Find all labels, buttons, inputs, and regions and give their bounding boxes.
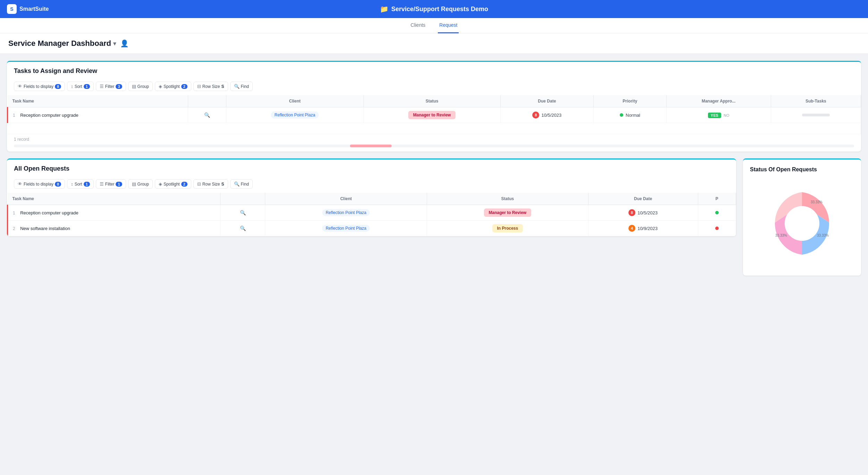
col-status: Status (364, 95, 500, 107)
search-cell: 🔍 (188, 107, 226, 123)
main-content: Tasks to Assign and Review 👁 Fields to d… (0, 54, 868, 282)
spotlight-icon: ◈ (159, 181, 162, 187)
empty-row (8, 123, 861, 134)
or-row-size-button[interactable]: ⊟ Row Size S (193, 179, 228, 189)
col-action (188, 95, 226, 107)
tasks-scrollbar[interactable] (14, 145, 854, 147)
row-number: 1 (13, 211, 15, 215)
row-number: 1 (13, 113, 15, 118)
spotlight-button[interactable]: ◈ Spotlight 2 (155, 82, 191, 91)
find-icon: 🔍 (234, 181, 240, 187)
col-manager-approval: Manager Appro... (666, 95, 771, 107)
or-priority-cell-2 (698, 221, 736, 236)
sort-button[interactable]: ↕ Sort 1 (67, 82, 94, 91)
tasks-card-title: Tasks to Assign and Review (7, 62, 861, 79)
logo-label: SmartSuite (19, 6, 49, 12)
or-due-cell-2: 4 10/9/2023 (588, 221, 698, 236)
no-label[interactable]: NO (724, 113, 729, 117)
priority-dot (715, 227, 719, 230)
or-filter-button[interactable]: ☰ Filter 1 (96, 179, 126, 189)
row-search-icon[interactable]: 🔍 (240, 210, 246, 215)
row-size-icon: ⊟ (197, 181, 201, 187)
status-badge[interactable]: Manager to Review (408, 111, 456, 119)
or-client-cell-1: Reflection Point Plaza (265, 205, 427, 221)
eye-icon: 👁 (18, 181, 22, 187)
row-size-button[interactable]: ⊟ Row Size S (193, 82, 228, 91)
or-task-name-cell-1: 1 Reception computer upgrade (8, 205, 220, 221)
or-fields-button[interactable]: 👁 Fields to display 8 (14, 179, 65, 189)
or-search-cell-1: 🔍 (220, 205, 265, 221)
svg-text:33.33%: 33.33% (775, 234, 787, 237)
task-name[interactable]: Reception computer upgrade (20, 113, 78, 118)
col-due-date: Due Date (500, 95, 593, 107)
or-find-button[interactable]: 🔍 Find (230, 179, 253, 189)
priority-label: Normal (626, 113, 640, 118)
or-sort-button[interactable]: ↕ Sort 1 (67, 179, 94, 189)
yes-badge[interactable]: YES (708, 113, 721, 118)
status-chart-card: Status Of Open Requests (743, 158, 861, 276)
or-search-cell-2: 🔍 (220, 221, 265, 236)
bottom-row: All Open Requests 👁 Fields to display 8 … (7, 158, 861, 276)
status-badge[interactable]: Manager to Review (484, 208, 532, 217)
or-status-cell-2: In Process (427, 221, 588, 236)
group-button[interactable]: ▤ Group (128, 82, 153, 91)
svg-text:33.33%: 33.33% (817, 234, 829, 237)
people-icon[interactable]: 👤 (120, 39, 129, 48)
chart-section: Status Of Open Requests (743, 158, 861, 276)
open-requests-table-wrapper: Task Name Client Status Due Date P (7, 193, 736, 236)
nav-title-text: Service/Support Requests Demo (391, 6, 488, 13)
task-name[interactable]: New software installation (20, 226, 70, 231)
col-priority: Priority (594, 95, 667, 107)
client-chip[interactable]: Reflection Point Plaza (322, 209, 370, 216)
open-requests-toolbar: 👁 Fields to display 8 ↕ Sort 1 ☰ Filter … (7, 177, 736, 193)
col-client: Client (226, 95, 364, 107)
tasks-assign-review-card: Tasks to Assign and Review 👁 Fields to d… (7, 61, 861, 151)
sort-icon: ↕ (71, 181, 73, 187)
or-priority-cell-1 (698, 205, 736, 221)
tab-request[interactable]: Request (438, 18, 459, 33)
open-requests-section: All Open Requests 👁 Fields to display 8 … (7, 158, 736, 236)
due-date-cell: 8 10/5/2023 (500, 107, 593, 123)
svg-point-0 (785, 206, 819, 241)
priority-cell: Normal (594, 107, 667, 123)
col-sub-tasks: Sub-Tasks (771, 95, 861, 107)
open-requests-table: Task Name Client Status Due Date P (7, 193, 736, 236)
filter-icon: ☰ (100, 181, 104, 187)
open-requests-card: All Open Requests 👁 Fields to display 8 … (7, 158, 736, 236)
or-group-button[interactable]: ▤ Group (128, 179, 153, 189)
or-spotlight-button[interactable]: ◈ Spotlight 2 (155, 179, 191, 189)
tasks-scroll-thumb[interactable] (350, 145, 392, 147)
priority-dot (620, 113, 623, 117)
dashboard-title-button[interactable]: Service Manager Dashboard ▾ (8, 39, 116, 48)
tab-clients[interactable]: Clients (409, 18, 427, 33)
or-col-action (220, 193, 265, 205)
or-col-task-name: Task Name (8, 193, 220, 205)
client-chip[interactable]: Reflection Point Plaza (322, 225, 370, 232)
or-due-cell-1: 8 10/5/2023 (588, 205, 698, 221)
table-row: 1 Reception computer upgrade 🔍 Reflectio… (8, 107, 861, 123)
logo-icon: S (7, 4, 17, 14)
filter-button[interactable]: ☰ Filter 3 (96, 82, 126, 91)
open-requests-title: All Open Requests (7, 159, 736, 177)
chart-title: Status Of Open Requests (750, 166, 854, 173)
record-count: 1 record (7, 134, 861, 145)
row-search-icon[interactable]: 🔍 (240, 226, 246, 231)
row-search-icon[interactable]: 🔍 (204, 112, 210, 118)
or-task-name-cell-2: 2 New software installation (8, 221, 220, 236)
row-size-icon: ⊟ (197, 84, 201, 89)
task-number-name-cell: 1 Reception computer upgrade (8, 107, 188, 123)
task-name[interactable]: Reception computer upgrade (20, 210, 78, 215)
page-title: Service Manager Dashboard (8, 39, 111, 48)
status-badge[interactable]: In Process (492, 224, 523, 232)
row-number: 2 (13, 226, 15, 231)
client-chip[interactable]: Reflection Point Plaza (271, 112, 318, 118)
fields-to-display-button[interactable]: 👁 Fields to display 8 (14, 82, 65, 91)
or-status-cell-1: Manager to Review (427, 205, 588, 221)
find-button[interactable]: 🔍 Find (230, 82, 253, 91)
tasks-toolbar: 👁 Fields to display 8 ↕ Sort 1 ☰ Filter … (7, 79, 861, 95)
due-date-text: 10/5/2023 (541, 113, 561, 118)
tab-bar: Clients Request (0, 18, 868, 33)
status-cell: Manager to Review (364, 107, 500, 123)
group-icon: ▤ (132, 181, 136, 187)
due-date-text: 10/9/2023 (637, 226, 658, 231)
